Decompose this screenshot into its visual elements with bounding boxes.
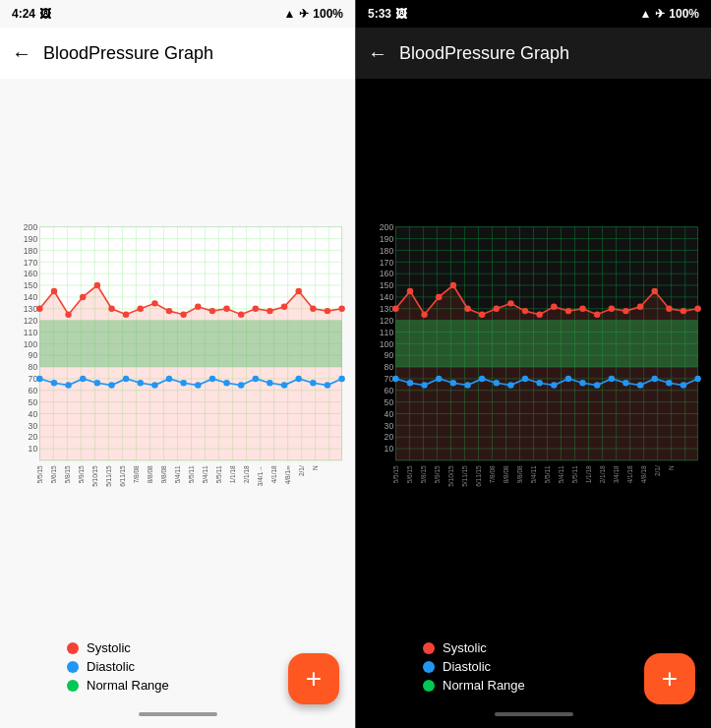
svg-text:160: 160: [380, 269, 394, 278]
bottom-bar-dark: [356, 704, 711, 728]
svg-point-87: [325, 308, 330, 314]
svg-point-90: [51, 380, 57, 386]
fab-light[interactable]: +: [288, 653, 339, 704]
normal-dot-light: [67, 680, 79, 692]
app-bar-light: ← BloodPressure Graph: [0, 28, 355, 79]
svg-text:4/8/1∞: 4/8/1∞: [284, 465, 291, 484]
back-button-dark[interactable]: ←: [368, 42, 387, 65]
svg-text:4/1/18: 4/1/18: [626, 465, 633, 483]
svg-point-69: [65, 311, 71, 317]
svg-text:20: 20: [385, 432, 394, 442]
svg-point-204: [464, 306, 470, 312]
svg-point-103: [238, 382, 244, 388]
wifi-icon-dark: ▲: [639, 7, 651, 21]
svg-point-205: [479, 311, 485, 317]
svg-point-109: [325, 382, 330, 388]
svg-text:5/5/11: 5/5/11: [544, 465, 551, 483]
svg-text:1/1/18: 1/1/18: [585, 465, 592, 483]
svg-text:200: 200: [24, 222, 38, 232]
airplane-icon-light: ✈: [299, 7, 309, 21]
chart-dark: 200 190 180 170 160 150 140 130 120 110 …: [364, 87, 703, 633]
svg-point-206: [494, 306, 500, 312]
svg-point-95: [123, 376, 129, 382]
fab-dark[interactable]: +: [644, 653, 695, 704]
svg-point-93: [94, 380, 100, 386]
svg-point-99: [180, 380, 186, 386]
svg-text:60: 60: [29, 386, 38, 395]
svg-text:170: 170: [24, 258, 38, 268]
svg-point-207: [507, 300, 513, 306]
svg-point-212: [579, 306, 585, 312]
svg-text:5/4/11: 5/4/11: [558, 465, 564, 483]
bottom-bar-light: [0, 704, 355, 728]
svg-text:5/8/15: 5/8/15: [420, 465, 427, 483]
svg-text:20: 20: [29, 432, 38, 442]
status-left-light: 4:24 🖼: [12, 7, 51, 21]
svg-text:60: 60: [385, 386, 394, 395]
svg-point-106: [281, 382, 287, 388]
svg-point-242: [694, 376, 700, 382]
blood-pressure-chart-light: 200 190 180 170 160 150 140 130 120 110 …: [8, 87, 347, 633]
svg-point-219: [681, 308, 686, 314]
svg-point-202: [436, 294, 442, 300]
svg-text:9/8/08: 9/8/08: [160, 465, 167, 483]
app-bar-dark: ← BloodPressure Graph: [356, 28, 711, 79]
wifi-icon-light: ▲: [283, 7, 295, 21]
svg-text:5/5/11: 5/5/11: [188, 465, 195, 483]
svg-text:180: 180: [380, 246, 394, 256]
airplane-icon-dark: ✈: [655, 7, 665, 21]
svg-point-240: [666, 380, 672, 386]
svg-point-107: [295, 376, 301, 382]
svg-point-98: [166, 376, 172, 382]
svg-point-72: [108, 306, 114, 312]
svg-point-209: [536, 311, 542, 317]
svg-point-68: [51, 288, 57, 294]
svg-text:130: 130: [24, 304, 38, 314]
svg-point-74: [138, 306, 144, 312]
svg-point-96: [138, 380, 144, 386]
svg-text:5/8/15: 5/8/15: [64, 465, 71, 483]
svg-text:5/5/11: 5/5/11: [571, 465, 578, 483]
svg-point-80: [223, 306, 229, 312]
svg-point-70: [80, 294, 86, 300]
svg-text:130: 130: [380, 304, 394, 314]
svg-text:5/9/15: 5/9/15: [434, 465, 441, 483]
svg-text:1/1/18: 1/1/18: [229, 465, 236, 483]
svg-text:100: 100: [24, 339, 38, 349]
status-right-dark: ▲ ✈ 100%: [639, 7, 699, 21]
svg-point-88: [338, 306, 344, 312]
svg-text:180: 180: [24, 246, 38, 256]
svg-point-97: [151, 382, 157, 388]
svg-point-239: [651, 376, 657, 382]
svg-point-84: [281, 304, 287, 310]
svg-text:5/5/11: 5/5/11: [215, 465, 222, 483]
svg-point-229: [507, 382, 513, 388]
page-title-light: BloodPressure Graph: [43, 43, 213, 64]
systolic-label-dark: Systolic: [443, 640, 487, 655]
svg-text:4/8/18: 4/8/18: [640, 465, 647, 483]
svg-text:5/11/15: 5/11/15: [105, 465, 112, 487]
svg-text:110: 110: [380, 328, 394, 337]
svg-point-67: [36, 306, 42, 312]
back-button-light[interactable]: ←: [12, 42, 31, 65]
svg-text:N: N: [668, 465, 675, 470]
diastolic-dot-dark: [423, 661, 435, 673]
svg-text:10: 10: [29, 444, 38, 454]
svg-point-223: [421, 382, 427, 388]
svg-point-226: [464, 382, 470, 388]
content-dark: 200 190 180 170 160 150 140 130 120 110 …: [356, 79, 711, 704]
status-right-light: ▲ ✈ 100%: [283, 7, 343, 21]
svg-point-215: [622, 308, 628, 314]
svg-point-201: [421, 311, 427, 317]
svg-text:30: 30: [385, 421, 394, 431]
legend-systolic-light: Systolic: [67, 640, 331, 655]
svg-text:140: 140: [24, 292, 38, 302]
svg-point-77: [180, 311, 186, 317]
gallery-icon-dark: 🖼: [395, 7, 407, 21]
svg-point-208: [522, 308, 528, 314]
status-left-dark: 5:33 🖼: [368, 7, 407, 21]
svg-point-232: [551, 382, 557, 388]
svg-point-213: [594, 311, 600, 317]
svg-text:8/8/08: 8/8/08: [503, 465, 509, 483]
svg-point-227: [479, 376, 485, 382]
